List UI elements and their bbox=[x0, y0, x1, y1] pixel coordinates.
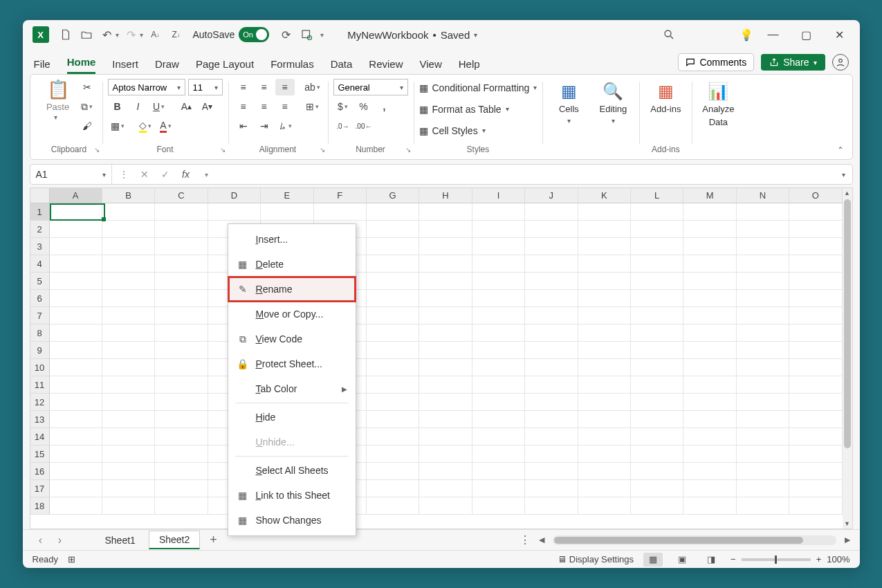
align-right-icon[interactable]: ≡ bbox=[275, 98, 295, 115]
next-sheet-icon[interactable]: › bbox=[52, 532, 68, 549]
cell-L2[interactable] bbox=[631, 221, 683, 238]
cell-L17[interactable] bbox=[631, 480, 683, 497]
tab-page-layout[interactable]: Page Layout bbox=[196, 58, 254, 74]
col-header-E[interactable]: E bbox=[261, 188, 313, 203]
cell-C4[interactable] bbox=[155, 255, 208, 273]
cell-K12[interactable] bbox=[578, 394, 631, 411]
cell-A18[interactable] bbox=[50, 497, 102, 515]
cell-O18[interactable] bbox=[789, 497, 842, 515]
bold-button[interactable]: B bbox=[108, 98, 127, 115]
ctx-insert[interactable]: Insert... bbox=[228, 227, 356, 252]
col-header-F[interactable]: F bbox=[314, 188, 367, 203]
cell-H2[interactable] bbox=[419, 221, 472, 238]
cell-B6[interactable] bbox=[102, 290, 155, 307]
cell-K7[interactable] bbox=[578, 307, 631, 324]
cell-G5[interactable] bbox=[367, 273, 419, 290]
cell-H10[interactable] bbox=[419, 359, 472, 376]
cell-K3[interactable] bbox=[578, 238, 631, 255]
cell-N2[interactable] bbox=[737, 221, 789, 238]
cell-A13[interactable] bbox=[50, 411, 102, 428]
cell-B10[interactable] bbox=[102, 359, 155, 376]
cell-G2[interactable] bbox=[367, 221, 419, 238]
cell-B16[interactable] bbox=[102, 463, 155, 480]
cell-A5[interactable] bbox=[50, 273, 102, 290]
cell-H15[interactable] bbox=[419, 445, 472, 463]
ctx-protect-sheet[interactable]: 🔒Protect Sheet... bbox=[228, 351, 356, 376]
cell-M10[interactable] bbox=[683, 359, 736, 376]
align-left-icon[interactable]: ≡ bbox=[234, 98, 253, 115]
cell-I3[interactable] bbox=[472, 238, 525, 255]
row-header-6[interactable]: 6 bbox=[30, 290, 50, 307]
cell-J12[interactable] bbox=[525, 394, 578, 411]
accessibility-icon[interactable]: ⊞ bbox=[68, 554, 75, 564]
cell-J6[interactable] bbox=[525, 290, 578, 307]
open-file-icon[interactable] bbox=[77, 25, 96, 44]
maximize-button[interactable]: ▢ bbox=[791, 24, 823, 46]
cell-B17[interactable] bbox=[102, 480, 155, 497]
cell-C5[interactable] bbox=[155, 273, 208, 290]
cell-O17[interactable] bbox=[789, 480, 842, 497]
decrease-decimal-icon[interactable]: .00← bbox=[354, 118, 374, 134]
row-header-16[interactable]: 16 bbox=[30, 463, 50, 480]
ctx-show-changes[interactable]: ▦Show Changes bbox=[228, 508, 356, 533]
tab-data[interactable]: Data bbox=[331, 58, 353, 74]
normal-view-icon[interactable]: ▦ bbox=[643, 553, 663, 567]
cell-G9[interactable] bbox=[367, 342, 419, 359]
cell-J15[interactable] bbox=[525, 445, 578, 463]
cell-G18[interactable] bbox=[367, 497, 419, 515]
alignment-launcher-icon[interactable]: ↘ bbox=[320, 146, 325, 154]
cell-A9[interactable] bbox=[50, 342, 102, 359]
cell-K13[interactable] bbox=[578, 411, 631, 428]
cell-C18[interactable] bbox=[155, 497, 208, 515]
cell-L5[interactable] bbox=[631, 273, 683, 290]
cell-G13[interactable] bbox=[367, 411, 419, 428]
currency-icon[interactable]: $ bbox=[333, 98, 353, 115]
fill-color-icon[interactable]: ◇ bbox=[136, 118, 155, 134]
cell-O16[interactable] bbox=[789, 463, 842, 480]
cell-I7[interactable] bbox=[472, 307, 525, 324]
hscroll-right-icon[interactable]: ▶ bbox=[845, 535, 850, 544]
cell-M5[interactable] bbox=[683, 273, 736, 290]
hscroll-thumb[interactable] bbox=[554, 537, 803, 544]
orientation-icon[interactable]: ⭞ bbox=[275, 118, 295, 134]
row-header-13[interactable]: 13 bbox=[30, 411, 50, 428]
row-header-18[interactable]: 18 bbox=[30, 497, 50, 515]
cell-B3[interactable] bbox=[102, 238, 155, 255]
zoom-in-icon[interactable]: + bbox=[816, 554, 822, 564]
enter-formula-icon[interactable]: ✓ bbox=[156, 165, 174, 184]
tab-review[interactable]: Review bbox=[369, 58, 403, 74]
cell-N5[interactable] bbox=[737, 273, 789, 290]
cell-A12[interactable] bbox=[50, 394, 102, 411]
cell-M9[interactable] bbox=[683, 342, 736, 359]
cell-G6[interactable] bbox=[367, 290, 419, 307]
cell-H8[interactable] bbox=[419, 324, 472, 342]
font-name-dropdown[interactable]: Aptos Narrow▾ bbox=[108, 79, 185, 95]
row-header-1[interactable]: 1 bbox=[30, 203, 50, 221]
cell-G4[interactable] bbox=[367, 255, 419, 273]
cell-H13[interactable] bbox=[419, 411, 472, 428]
align-bottom-icon[interactable]: ≡ bbox=[275, 79, 295, 95]
cell-B7[interactable] bbox=[102, 307, 155, 324]
copy-icon[interactable]: ⧉ bbox=[77, 98, 97, 115]
minimize-button[interactable]: — bbox=[757, 24, 789, 46]
cell-M8[interactable] bbox=[683, 324, 736, 342]
collapse-ribbon-icon[interactable]: ⌃ bbox=[837, 145, 844, 155]
cell-J9[interactable] bbox=[525, 342, 578, 359]
cell-C11[interactable] bbox=[155, 376, 208, 394]
cell-N1[interactable] bbox=[737, 203, 789, 221]
cell-O14[interactable] bbox=[789, 428, 842, 445]
cell-M16[interactable] bbox=[683, 463, 736, 480]
window-title[interactable]: MyNewWorkbook • Saved ▾ bbox=[327, 29, 657, 41]
cell-J2[interactable] bbox=[525, 221, 578, 238]
cell-F1[interactable] bbox=[314, 203, 367, 221]
cell-E1[interactable] bbox=[261, 203, 313, 221]
cell-G14[interactable] bbox=[367, 428, 419, 445]
comma-icon[interactable]: , bbox=[375, 98, 394, 115]
vertical-scrollbar[interactable]: ▲ ▼ bbox=[843, 188, 852, 529]
tab-formulas[interactable]: Formulas bbox=[270, 58, 314, 74]
cell-C3[interactable] bbox=[155, 238, 208, 255]
col-header-I[interactable]: I bbox=[472, 188, 525, 203]
cell-G17[interactable] bbox=[367, 480, 419, 497]
cell-A2[interactable] bbox=[50, 221, 102, 238]
row-header-12[interactable]: 12 bbox=[30, 394, 50, 411]
